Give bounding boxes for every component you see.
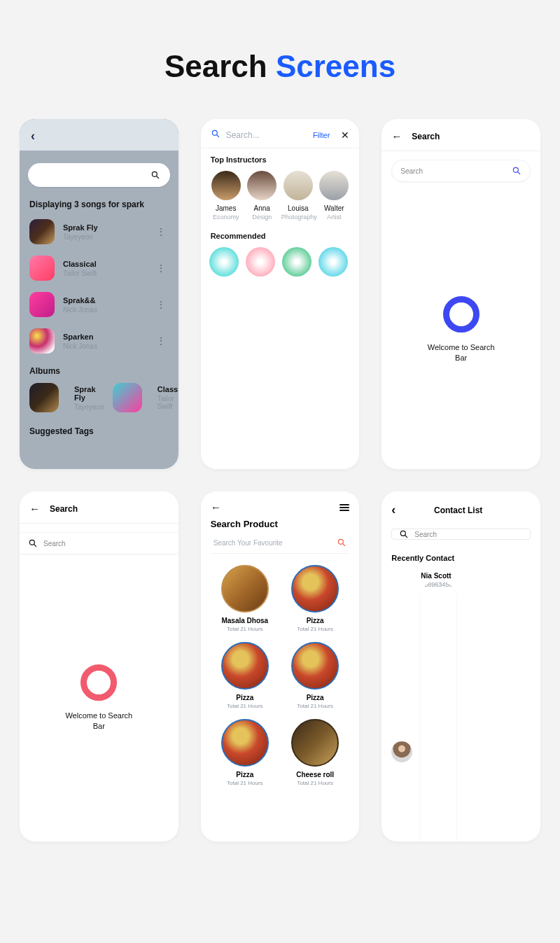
- song-title: Classical: [63, 260, 153, 268]
- search-input[interactable]: [28, 163, 170, 187]
- screen-instructors: Search... Filter ✕ Top Instructors James…: [201, 119, 360, 469]
- back-arrow-icon[interactable]: ←: [211, 501, 221, 513]
- product-image: [291, 642, 339, 690]
- more-icon[interactable]: ⋮: [153, 301, 169, 309]
- product-item[interactable]: Masala Dhosa Total 21 Hours: [214, 565, 276, 632]
- album-title: Sprak Fly: [74, 385, 104, 402]
- instructor-item[interactable]: Walter Artist: [317, 171, 351, 221]
- close-icon[interactable]: ✕: [341, 130, 349, 141]
- screen-welcome-pink: ← Search Search Welcome to Search Bar: [20, 491, 178, 841]
- back-chevron-icon[interactable]: ‹: [31, 129, 169, 144]
- song-row[interactable]: Sprak Fly Tayeyeon ⋮: [20, 214, 178, 250]
- recommended-item[interactable]: [282, 247, 312, 277]
- product-item[interactable]: Pizza Total 21 Hours: [284, 642, 346, 709]
- instructor-role: Artist: [317, 214, 351, 221]
- filter-button[interactable]: Filter: [313, 131, 330, 139]
- product-subtitle: Total 21 Hours: [284, 703, 346, 709]
- search-icon: [28, 538, 38, 548]
- search-placeholder: Search: [414, 531, 437, 538]
- avatar: [211, 171, 241, 200]
- recommended-item[interactable]: [246, 247, 275, 277]
- product-subtitle: Total 21 Hours: [214, 703, 276, 709]
- screen-search-product: ← Search Product Search Your Favourite M…: [201, 491, 360, 841]
- back-arrow-icon[interactable]: ←: [29, 503, 40, 515]
- song-row[interactable]: Sprak&& Nick Jonas ⋮: [20, 286, 178, 323]
- top-instructors-heading: Top Instructors: [201, 148, 360, 169]
- song-row[interactable]: Classical Tailor Swift ⋮: [20, 250, 178, 286]
- product-image: [291, 719, 339, 767]
- product-name: Pizza: [284, 694, 346, 701]
- contact-row[interactable]: Nia Scott 2589634589: [382, 566, 540, 841]
- instructor-item[interactable]: Louisa Photography: [281, 171, 315, 221]
- recommended-item[interactable]: [318, 247, 348, 277]
- more-icon[interactable]: ⋮: [153, 265, 169, 272]
- svg-point-0: [152, 172, 157, 176]
- instructor-role: Economy: [209, 214, 243, 221]
- header-title: Contact List: [396, 505, 521, 515]
- search-icon: [150, 170, 160, 180]
- album-thumb: [29, 383, 59, 412]
- product-image: [221, 719, 269, 767]
- instructor-item[interactable]: James Economy: [209, 171, 243, 221]
- svg-line-5: [518, 172, 520, 174]
- song-title: Sparken: [63, 333, 153, 341]
- recommended-item[interactable]: [209, 247, 239, 277]
- instructor-role: Photography: [281, 214, 315, 221]
- recommended-heading: Recommended: [201, 225, 360, 246]
- song-title: Sprak&&: [63, 296, 153, 305]
- screen-welcome-blue: ← Search Search Welcome to Search Bar: [382, 119, 540, 469]
- search-input[interactable]: Search: [20, 532, 178, 554]
- search-icon: [211, 129, 220, 141]
- product-name: Pizza: [284, 617, 346, 624]
- instructor-name: Anna: [245, 204, 279, 212]
- product-subtitle: Total 21 Hours: [284, 780, 346, 786]
- song-row[interactable]: Sparken Nick Jonas ⋮: [20, 323, 178, 359]
- search-input[interactable]: Search: [391, 529, 531, 540]
- song-artist: Tayeyeon: [63, 233, 153, 241]
- menu-icon[interactable]: [340, 504, 349, 511]
- loading-ring-icon: [443, 296, 479, 333]
- product-subtitle: Total 21 Hours: [214, 780, 276, 786]
- search-input[interactable]: Search: [391, 160, 531, 182]
- song-thumb: [29, 219, 55, 244]
- product-name: Pizza: [214, 771, 276, 778]
- svg-line-1: [156, 176, 158, 179]
- svg-point-4: [513, 167, 518, 172]
- song-thumb: [29, 328, 55, 354]
- product-subtitle: Total 21 Hours: [284, 626, 346, 632]
- product-item[interactable]: Pizza Total 21 Hours: [214, 719, 276, 786]
- search-icon: [337, 538, 346, 547]
- product-item[interactable]: Pizza Total 21 Hours: [284, 565, 346, 632]
- search-input[interactable]: Search...: [226, 130, 307, 140]
- more-icon[interactable]: ⋮: [153, 337, 169, 345]
- contact-phone: 2589634589: [421, 581, 456, 841]
- song-thumb: [29, 256, 55, 281]
- avatar: [284, 171, 313, 200]
- more-icon[interactable]: ⋮: [153, 228, 169, 236]
- product-image: [221, 565, 269, 613]
- screen-contact-list: ‹ Contact List Search Recently Contact N…: [382, 491, 540, 841]
- svg-line-3: [216, 135, 218, 137]
- recent-heading: Recently Contact: [382, 547, 540, 566]
- instructor-item[interactable]: Anna Design: [245, 171, 279, 221]
- svg-line-9: [343, 544, 345, 546]
- avatar: [247, 171, 276, 200]
- search-icon: [512, 166, 522, 176]
- product-item[interactable]: Pizza Total 21 Hours: [214, 642, 276, 709]
- instructor-name: Walter: [317, 204, 351, 212]
- album-artist: Tayeyeon: [74, 403, 104, 411]
- product-image: [221, 642, 269, 690]
- song-artist: Nick Jonas: [63, 306, 153, 314]
- search-placeholder: Search: [400, 167, 512, 175]
- header-title: Search: [50, 504, 78, 514]
- album-item[interactable]: Sprak Fly Tayeyeon: [29, 383, 104, 412]
- contact-name: Nia Scott: [421, 572, 456, 580]
- page-heading: Search Product: [201, 519, 360, 535]
- search-input[interactable]: Search Your Favourite: [211, 538, 350, 554]
- svg-line-7: [34, 545, 36, 547]
- album-artist: Tailor Swift: [158, 395, 178, 410]
- album-item[interactable]: Classical Tailor Swift: [113, 383, 178, 412]
- back-arrow-icon[interactable]: ←: [391, 130, 402, 142]
- product-item[interactable]: Cheese roll Total 21 Hours: [284, 719, 346, 786]
- svg-point-8: [339, 539, 344, 544]
